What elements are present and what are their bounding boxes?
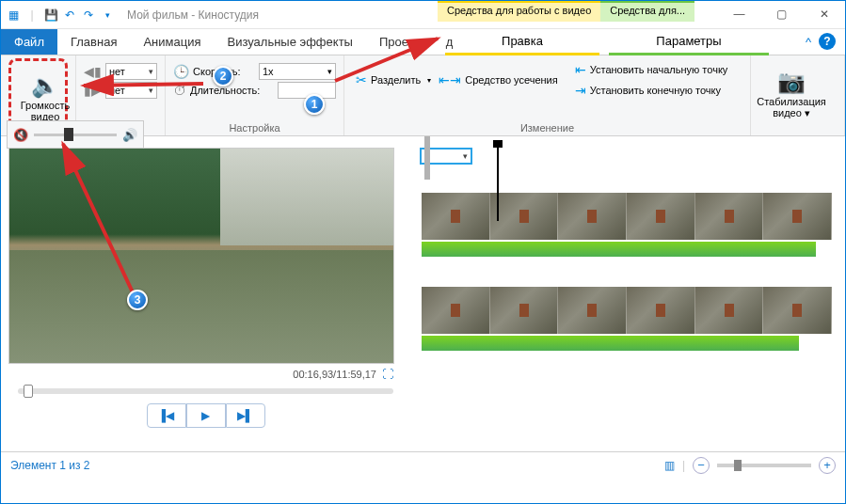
redo-icon[interactable]: ↷ bbox=[80, 7, 97, 24]
playback-controls: ▐◀ ▶ ▶▌ bbox=[8, 403, 403, 428]
window-title: Мой фильм - Киностудия bbox=[127, 8, 259, 22]
next-frame-button[interactable]: ▶▌ bbox=[226, 403, 265, 428]
zoom-in-button[interactable]: + bbox=[819, 457, 836, 474]
split-button[interactable]: ✂ Разделить bbox=[352, 59, 435, 101]
video-volume-label: Громкость видео bbox=[21, 100, 70, 122]
window-controls: — ▢ ✕ bbox=[718, 1, 845, 27]
video-preview[interactable] bbox=[8, 148, 394, 364]
fade-in-select[interactable]: нет bbox=[105, 63, 157, 80]
app-icon: ▦ bbox=[5, 7, 22, 24]
maximize-button[interactable]: ▢ bbox=[760, 1, 803, 27]
scrub-knob[interactable] bbox=[24, 385, 33, 398]
clock-icon: 🕒 bbox=[173, 64, 189, 79]
group-edit: ✂ Разделить ⇤⇥ Средство усечения ⇤ Устан… bbox=[344, 55, 751, 135]
fade-in-icon: ◀▮ bbox=[84, 64, 102, 79]
clip-thumbnails bbox=[424, 136, 430, 180]
camera-icon: 📷 bbox=[777, 70, 806, 94]
close-button[interactable]: ✕ bbox=[803, 1, 845, 27]
clip-1[interactable] bbox=[420, 148, 472, 165]
tab-animation[interactable]: Анимация bbox=[130, 29, 214, 55]
tab-project[interactable]: Проект bbox=[366, 29, 433, 55]
context-tab-video[interactable]: Средства для работы с видео bbox=[438, 1, 600, 22]
speed-row: 🕒 Скорость: 1x bbox=[173, 63, 336, 80]
group-label-settings: Настройка bbox=[166, 122, 343, 134]
time-display: 00:16,93/11:59,17 bbox=[293, 369, 376, 380]
context-tab-tool[interactable]: Средства для... bbox=[600, 1, 694, 22]
group-stabilize: 📷 Стабилизация видео ▾ bbox=[751, 55, 845, 135]
status-bar: Элемент 1 из 2 ▥ | − + bbox=[1, 451, 845, 478]
trim-tool-button[interactable]: ⇤⇥ Средство усечения bbox=[435, 59, 561, 101]
clip-thumbnails bbox=[422, 287, 832, 334]
trim-label: Средство усечения bbox=[465, 74, 557, 86]
subtab-edit[interactable]: Правка bbox=[445, 29, 599, 55]
annotation-marker-3: 3 bbox=[127, 290, 148, 310]
fullscreen-icon[interactable]: ⛶ bbox=[382, 368, 393, 381]
set-end-label: Установить конечную точку bbox=[590, 85, 721, 96]
set-end-button[interactable]: ⇥ Установить конечную точку bbox=[571, 80, 732, 101]
fade-out-select[interactable]: нет bbox=[105, 82, 157, 99]
fade-out-row: ▮▶ нет bbox=[84, 82, 157, 99]
zoom-slider[interactable] bbox=[717, 464, 811, 467]
timeline-pane[interactable] bbox=[410, 136, 845, 451]
clip-2[interactable] bbox=[420, 191, 834, 259]
tabs-row: Файл Главная Анимация Визуальные эффекты… bbox=[1, 29, 845, 55]
set-start-icon: ⇤ bbox=[575, 62, 586, 77]
audio-track bbox=[422, 242, 816, 257]
tab-file[interactable]: Файл bbox=[1, 29, 57, 55]
time-display-row: 00:16,93/11:59,17 ⛶ bbox=[8, 368, 393, 381]
zoom-out-button[interactable]: − bbox=[693, 457, 710, 474]
play-button[interactable]: ▶ bbox=[186, 403, 226, 428]
fade-in-row: ◀▮ нет bbox=[84, 63, 157, 80]
audio-track bbox=[422, 336, 799, 351]
zoom-thumb[interactable] bbox=[734, 460, 742, 471]
contextual-tabs: Средства для работы с видео Средства для… bbox=[438, 1, 694, 22]
divider-icon: | bbox=[24, 7, 40, 24]
speed-select[interactable]: 1x bbox=[259, 63, 336, 80]
thumbnails-view-icon[interactable]: ▥ bbox=[664, 459, 675, 472]
split-icon: ✂ bbox=[356, 72, 367, 87]
annotation-marker-1: 1 bbox=[304, 94, 325, 115]
set-start-button[interactable]: ⇤ Установить начальную точку bbox=[571, 59, 732, 80]
status-right: ▥ | − + bbox=[664, 457, 836, 474]
speaker-icon: 🔈 bbox=[31, 73, 59, 98]
duration-label: Длительность: bbox=[190, 85, 260, 96]
help-icon[interactable]: ? bbox=[819, 33, 836, 50]
scrub-bar[interactable] bbox=[18, 388, 393, 394]
playhead[interactable] bbox=[497, 146, 499, 221]
tab-vfx[interactable]: Визуальные эффекты bbox=[214, 29, 365, 55]
split-label: Разделить bbox=[371, 74, 421, 86]
subtab-params[interactable]: Параметры bbox=[609, 29, 769, 55]
annotation-marker-2: 2 bbox=[213, 66, 233, 87]
save-icon[interactable]: 💾 bbox=[42, 7, 59, 24]
prev-frame-button[interactable]: ▐◀ bbox=[147, 403, 186, 428]
collapse-ribbon-icon[interactable]: ^ bbox=[806, 35, 811, 49]
clip-3[interactable] bbox=[420, 285, 834, 353]
stabilize-button[interactable]: 📷 Стабилизация видео ▾ bbox=[758, 58, 824, 130]
tab-home[interactable]: Главная bbox=[57, 29, 130, 55]
fade-out-icon: ▮▶ bbox=[84, 83, 102, 98]
stabilize-label: Стабилизация видео ▾ bbox=[757, 96, 826, 118]
set-end-icon: ⇥ bbox=[575, 83, 586, 98]
titlebar: ▦ | 💾 ↶ ↷ ▾ Мой фильм - Киностудия Средс… bbox=[1, 1, 845, 29]
quick-access-toolbar: ▦ | 💾 ↶ ↷ ▾ bbox=[1, 7, 120, 24]
set-start-label: Установить начальную точку bbox=[590, 64, 728, 75]
clip-thumbnails bbox=[422, 193, 832, 240]
minimize-button[interactable]: — bbox=[718, 1, 760, 27]
status-element-count: Элемент 1 из 2 bbox=[10, 459, 90, 472]
qat-dropdown-icon[interactable]: ▾ bbox=[99, 7, 116, 24]
preview-pane: 00:16,93/11:59,17 ⛶ ▐◀ ▶ ▶▌ bbox=[1, 136, 410, 451]
trim-icon: ⇤⇥ bbox=[439, 72, 461, 87]
duration-icon: ⏱ bbox=[173, 83, 186, 98]
undo-icon[interactable]: ↶ bbox=[61, 7, 78, 24]
group-label-edit: Изменение bbox=[344, 122, 750, 134]
